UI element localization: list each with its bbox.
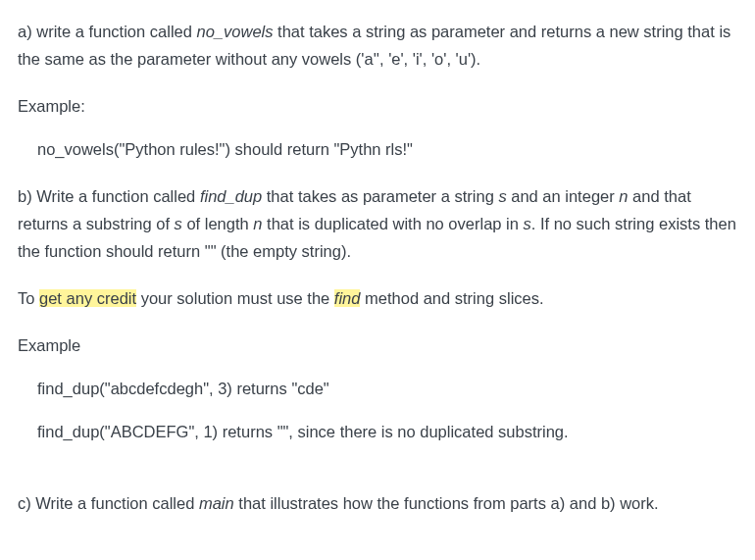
- var-n-1: n: [619, 187, 628, 205]
- part-b-p1: b) Write a function called: [18, 187, 200, 205]
- part-b-p5: of length: [182, 215, 253, 232]
- part-b-description: b) Write a function called find_dup that…: [18, 182, 737, 265]
- fn-main: main: [199, 494, 234, 512]
- var-s-2: s: [175, 215, 182, 232]
- fn-no-vowels: no_vowels: [197, 23, 274, 40]
- credit-p2: your solution must use the: [136, 289, 334, 307]
- fn-find-dup: find_dup: [200, 187, 262, 205]
- spacer: [18, 466, 737, 489]
- example-b1-code: find_dup("abcdefcdegh", 3) returns "cde": [18, 375, 737, 402]
- var-n-2: n: [253, 215, 262, 232]
- var-s-1: s: [498, 187, 506, 205]
- part-c-p2: that illustrates how the functions from …: [234, 494, 659, 512]
- part-c-description: c) Write a function called main that ill…: [18, 489, 737, 517]
- part-b-p3: and an integer: [507, 187, 620, 205]
- credit-p1: To: [18, 289, 39, 307]
- example-a-code: no_vowels("Python rules!") should return…: [18, 135, 737, 163]
- example-b2-code: find_dup("ABCDEFG", 1) returns "", since…: [18, 418, 737, 445]
- credit-note: To get any credit your solution must use…: [18, 284, 737, 312]
- part-a-description: a) write a function called no_vowels tha…: [18, 18, 737, 73]
- part-b-p2: that takes as parameter a string: [262, 187, 498, 205]
- var-s-3: s: [524, 215, 531, 232]
- part-c-p1: c) Write a function called: [18, 494, 199, 512]
- credit-p3: method and string slices.: [360, 289, 543, 307]
- part-a-prefix: a) write a function called: [18, 23, 197, 40]
- example-label-a: Example:: [18, 92, 737, 120]
- highlight-find: find: [334, 289, 361, 307]
- highlight-get-any-credit: get any credit: [39, 289, 136, 307]
- part-b-p6: that is duplicated with no overlap in: [263, 215, 524, 232]
- example-label-b: Example: [18, 331, 737, 359]
